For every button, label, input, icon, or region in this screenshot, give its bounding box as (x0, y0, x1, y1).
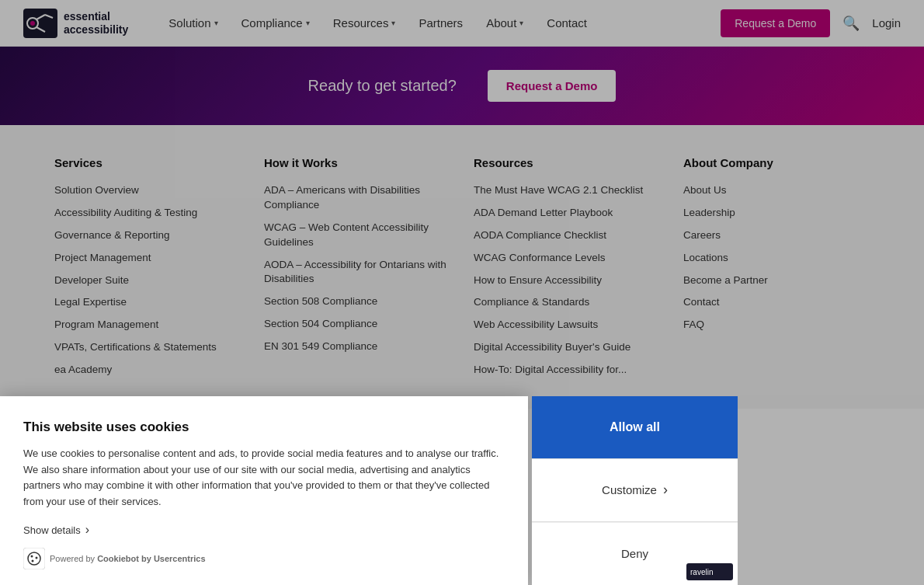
cookie-powered-by: Powered by Cookiebot by Usercentrics (23, 548, 505, 569)
chevron-right-icon: › (85, 523, 89, 537)
cookie-overlay: This website uses cookies We use cookies… (0, 0, 924, 585)
cookiebot-icon (23, 548, 45, 569)
cookie-buttons-panel: Allow all Customize › Deny ravelin (532, 396, 738, 585)
chevron-right-icon: › (663, 482, 668, 498)
customize-button[interactable]: Customize › (532, 458, 738, 522)
cookie-body: We use cookies to personalise content an… (23, 446, 505, 510)
allow-all-button[interactable]: Allow all (532, 396, 738, 458)
cookie-title: This website uses cookies (23, 420, 505, 435)
show-details-link[interactable]: Show details › (23, 523, 505, 537)
cookie-banner: This website uses cookies We use cookies… (0, 396, 528, 585)
svg-rect-6 (23, 548, 45, 569)
ravelin-logo: ravelin (686, 563, 733, 580)
svg-point-8 (31, 555, 33, 558)
svg-point-10 (32, 560, 34, 562)
powered-by-text: Powered by Cookiebot by Usercentrics (50, 554, 206, 563)
ravelin-icon: ravelin (686, 563, 733, 580)
svg-point-9 (36, 557, 38, 559)
svg-text:ravelin: ravelin (690, 568, 713, 576)
